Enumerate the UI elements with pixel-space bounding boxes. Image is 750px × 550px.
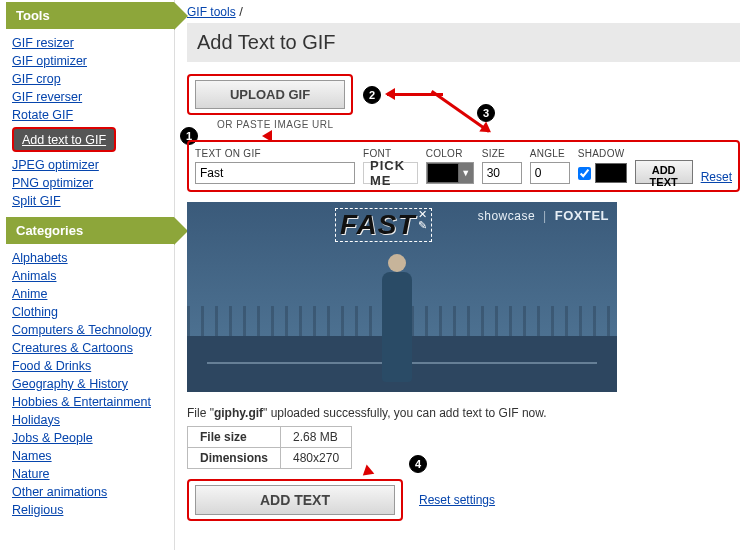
gif-preview[interactable]: showcase | FOXTEL FAST ✕ ✎	[187, 202, 617, 392]
sidebar-item-alphabets[interactable]: Alphabets	[12, 251, 68, 265]
shadow-color-swatch[interactable]	[595, 163, 627, 183]
angle-label: ANGLE	[530, 148, 570, 159]
main-content: GIF tools / Add Text to GIF UPLOAD GIF 2…	[175, 0, 750, 550]
reset-link[interactable]: Reset	[701, 170, 732, 184]
upload-gif-button[interactable]: UPLOAD GIF	[195, 80, 345, 109]
sidebar-item-creatures[interactable]: Creatures & Cartoons	[12, 341, 133, 355]
sidebar-item-geography[interactable]: Geography & History	[12, 377, 128, 391]
sidebar: Tools GIF resizer GIF optimizer GIF crop…	[0, 0, 175, 550]
font-picker[interactable]: PICK ME	[363, 162, 418, 184]
sidebar-item-names[interactable]: Names	[12, 449, 52, 463]
watermark-foxtel: FOXTEL	[555, 208, 609, 223]
info-key: Dimensions	[188, 448, 281, 469]
annotation-badge-3: 3	[477, 104, 495, 122]
sidebar-categories-list: Alphabets Animals Anime Clothing Compute…	[6, 248, 174, 524]
sidebar-item-clothing[interactable]: Clothing	[12, 305, 58, 319]
info-val: 2.68 MB	[281, 427, 352, 448]
upload-status: File "giphy.gif" uploaded successfully, …	[187, 406, 740, 420]
sidebar-item-gif-reverser[interactable]: GIF reverser	[12, 90, 82, 104]
info-val: 480x270	[281, 448, 352, 469]
watermark-showcase: showcase	[478, 209, 535, 223]
sidebar-header-categories: Categories	[6, 217, 174, 244]
add-text-main-button[interactable]: ADD TEXT	[195, 485, 395, 515]
upload-row: UPLOAD GIF 2 3	[187, 74, 740, 115]
sidebar-item-jobs[interactable]: Jobs & People	[12, 431, 93, 445]
sidebar-item-split-gif[interactable]: Split GIF	[12, 194, 61, 208]
text-on-gif-input[interactable]	[195, 162, 355, 184]
caret-down-icon: ▼	[459, 163, 473, 183]
sidebar-item-holidays[interactable]: Holidays	[12, 413, 60, 427]
sidebar-item-add-text-to-gif[interactable]: Add text to GIF	[12, 127, 116, 152]
sidebar-item-gif-crop[interactable]: GIF crop	[12, 72, 61, 86]
annotation-highlight-addtext: ADD TEXT	[187, 479, 403, 521]
sidebar-item-gif-resizer[interactable]: GIF resizer	[12, 36, 74, 50]
shadow-checkbox[interactable]	[578, 167, 591, 180]
sidebar-item-png-optimizer[interactable]: PNG optimizer	[12, 176, 93, 190]
sidebar-item-other[interactable]: Other animations	[12, 485, 107, 499]
sidebar-item-rotate-gif[interactable]: Rotate GIF	[12, 108, 73, 122]
sidebar-item-jpeg-optimizer[interactable]: JPEG optimizer	[12, 158, 99, 172]
sidebar-tools-list: GIF resizer GIF optimizer GIF crop GIF r…	[6, 33, 174, 215]
sidebar-item-anime[interactable]: Anime	[12, 287, 47, 301]
edit-icon[interactable]: ✎	[418, 220, 427, 231]
breadcrumb-sep: /	[236, 4, 243, 19]
color-picker[interactable]: ▼	[426, 162, 474, 184]
annotation-highlight-upload: UPLOAD GIF	[187, 74, 353, 115]
text-overlay[interactable]: FAST ✕ ✎	[335, 208, 432, 242]
breadcrumb: GIF tools /	[187, 4, 740, 19]
sidebar-item-hobbies[interactable]: Hobbies & Entertainment	[12, 395, 151, 409]
sidebar-item-animals[interactable]: Animals	[12, 269, 56, 283]
preview-figure	[382, 272, 412, 382]
breadcrumb-link[interactable]: GIF tools	[187, 5, 236, 19]
table-row: Dimensions480x270	[188, 448, 352, 469]
sidebar-item-computers[interactable]: Computers & Technology	[12, 323, 151, 337]
bottom-actions: ADD TEXT Reset settings 4	[187, 479, 740, 521]
sidebar-item-religious[interactable]: Religious	[12, 503, 63, 517]
size-label: SIZE	[482, 148, 522, 159]
reset-settings-link[interactable]: Reset settings	[419, 493, 495, 507]
text-controls-panel: TEXT ON GIF FONT PICK ME COLOR ▼ SIZE AN…	[187, 140, 740, 192]
page-title: Add Text to GIF	[187, 23, 740, 62]
sidebar-item-nature[interactable]: Nature	[12, 467, 50, 481]
info-key: File size	[188, 427, 281, 448]
text-on-gif-label: TEXT ON GIF	[195, 148, 355, 159]
sidebar-item-food[interactable]: Food & Drinks	[12, 359, 91, 373]
preview-watermark: showcase | FOXTEL	[478, 208, 609, 223]
shadow-label: SHADOW	[578, 148, 627, 159]
angle-input[interactable]	[530, 162, 570, 184]
color-label: COLOR	[426, 148, 474, 159]
table-row: File size2.68 MB	[188, 427, 352, 448]
sidebar-header-tools: Tools	[6, 2, 174, 29]
overlay-text: FAST	[340, 209, 416, 241]
annotation-badge-2: 2	[363, 86, 381, 104]
add-text-button[interactable]: ADD TEXT	[635, 160, 693, 184]
annotation-badge-4: 4	[409, 455, 427, 473]
status-filename: giphy.gif	[214, 406, 263, 420]
overlay-handles: ✕ ✎	[418, 209, 427, 231]
sidebar-item-gif-optimizer[interactable]: GIF optimizer	[12, 54, 87, 68]
size-input[interactable]	[482, 162, 522, 184]
color-swatch	[427, 163, 459, 183]
file-info-table: File size2.68 MB Dimensions480x270	[187, 426, 352, 469]
